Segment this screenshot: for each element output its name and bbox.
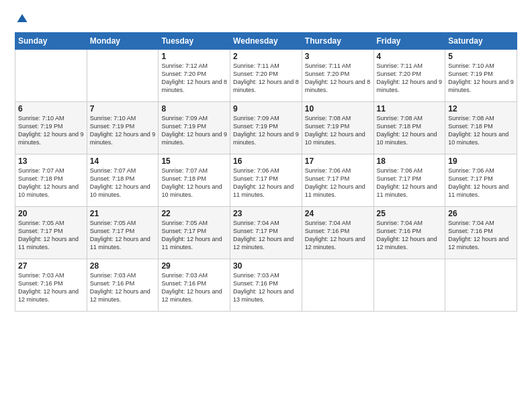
day-number: 22: [161, 209, 227, 218]
day-info: Sunrise: 7:03 AM Sunset: 7:16 PM Dayligh…: [161, 272, 222, 303]
day-info: Sunrise: 7:09 AM Sunset: 7:19 PM Dayligh…: [233, 115, 299, 146]
day-info: Sunrise: 7:09 AM Sunset: 7:19 PM Dayligh…: [161, 115, 227, 146]
svg-marker-0: [17, 14, 28, 22]
day-info: Sunrise: 7:06 AM Sunset: 7:17 PM Dayligh…: [377, 167, 437, 198]
calendar-cell: 14Sunrise: 7:07 AM Sunset: 7:18 PM Dayli…: [87, 154, 159, 207]
day-info: Sunrise: 7:03 AM Sunset: 7:16 PM Dayligh…: [233, 272, 294, 303]
day-info: Sunrise: 7:11 AM Sunset: 7:20 PM Dayligh…: [377, 62, 443, 93]
weekday-header-row: SundayMondayTuesdayWednesdayThursdayFrid…: [15, 33, 517, 50]
day-number: 11: [377, 104, 443, 113]
day-number: 21: [90, 209, 156, 218]
day-number: 6: [18, 104, 84, 113]
day-number: 15: [161, 156, 227, 166]
calendar-cell: 19Sunrise: 7:06 AM Sunset: 7:17 PM Dayli…: [445, 154, 517, 207]
calendar-cell: 29Sunrise: 7:03 AM Sunset: 7:16 PM Dayli…: [159, 259, 230, 312]
day-number: 26: [448, 209, 514, 218]
day-info: Sunrise: 7:06 AM Sunset: 7:17 PM Dayligh…: [233, 167, 294, 198]
calendar-cell: 11Sunrise: 7:08 AM Sunset: 7:18 PM Dayli…: [373, 102, 445, 154]
header: [15, 12, 517, 26]
calendar-cell: 21Sunrise: 7:05 AM Sunset: 7:17 PM Dayli…: [87, 207, 159, 259]
week-row-1: 1Sunrise: 7:12 AM Sunset: 7:20 PM Daylig…: [15, 50, 517, 102]
day-number: 8: [161, 104, 227, 113]
day-info: Sunrise: 7:06 AM Sunset: 7:17 PM Dayligh…: [448, 167, 508, 198]
day-number: 14: [90, 156, 156, 166]
day-info: Sunrise: 7:11 AM Sunset: 7:20 PM Dayligh…: [305, 62, 371, 93]
day-info: Sunrise: 7:06 AM Sunset: 7:17 PM Dayligh…: [305, 167, 365, 198]
day-number: 19: [448, 156, 514, 166]
day-info: Sunrise: 7:12 AM Sunset: 7:20 PM Dayligh…: [161, 62, 227, 93]
calendar-cell: 16Sunrise: 7:06 AM Sunset: 7:17 PM Dayli…: [230, 154, 302, 207]
calendar-cell: 15Sunrise: 7:07 AM Sunset: 7:18 PM Dayli…: [159, 154, 230, 207]
day-number: 16: [233, 156, 299, 166]
week-row-2: 6Sunrise: 7:10 AM Sunset: 7:19 PM Daylig…: [15, 102, 517, 154]
calendar-cell: 24Sunrise: 7:04 AM Sunset: 7:16 PM Dayli…: [302, 207, 373, 259]
calendar-cell: 20Sunrise: 7:05 AM Sunset: 7:17 PM Dayli…: [15, 207, 87, 259]
calendar-cell: [302, 259, 373, 312]
day-info: Sunrise: 7:08 AM Sunset: 7:18 PM Dayligh…: [377, 115, 437, 146]
calendar-cell: 5Sunrise: 7:10 AM Sunset: 7:19 PM Daylig…: [445, 50, 517, 102]
day-info: Sunrise: 7:04 AM Sunset: 7:16 PM Dayligh…: [448, 220, 508, 250]
weekday-header-sunday: Sunday: [15, 33, 87, 50]
day-info: Sunrise: 7:03 AM Sunset: 7:16 PM Dayligh…: [18, 272, 79, 303]
logo: [15, 12, 28, 26]
day-info: Sunrise: 7:10 AM Sunset: 7:19 PM Dayligh…: [90, 115, 156, 146]
calendar-cell: 10Sunrise: 7:08 AM Sunset: 7:19 PM Dayli…: [302, 102, 373, 154]
day-info: Sunrise: 7:04 AM Sunset: 7:16 PM Dayligh…: [305, 220, 365, 250]
day-info: Sunrise: 7:04 AM Sunset: 7:16 PM Dayligh…: [377, 220, 437, 250]
calendar-cell: 8Sunrise: 7:09 AM Sunset: 7:19 PM Daylig…: [159, 102, 230, 154]
day-number: 5: [448, 52, 514, 61]
day-info: Sunrise: 7:03 AM Sunset: 7:16 PM Dayligh…: [90, 272, 150, 303]
calendar-cell: [15, 50, 87, 102]
calendar-cell: 2Sunrise: 7:11 AM Sunset: 7:20 PM Daylig…: [230, 50, 302, 102]
day-number: 2: [233, 52, 299, 61]
day-number: 7: [90, 104, 156, 113]
calendar-cell: 25Sunrise: 7:04 AM Sunset: 7:16 PM Dayli…: [373, 207, 445, 259]
day-number: 18: [377, 156, 443, 166]
calendar-table: SundayMondayTuesdayWednesdayThursdayFrid…: [15, 32, 517, 312]
day-number: 29: [161, 261, 227, 271]
page: SundayMondayTuesdayWednesdayThursdayFrid…: [0, 0, 532, 411]
day-number: 30: [233, 261, 299, 271]
day-number: 13: [18, 156, 84, 166]
day-number: 17: [305, 156, 371, 166]
day-info: Sunrise: 7:10 AM Sunset: 7:19 PM Dayligh…: [448, 62, 514, 93]
day-number: 9: [233, 104, 299, 113]
day-info: Sunrise: 7:04 AM Sunset: 7:17 PM Dayligh…: [233, 220, 294, 250]
day-number: 20: [18, 209, 84, 218]
weekday-header-thursday: Thursday: [302, 33, 373, 50]
day-info: Sunrise: 7:08 AM Sunset: 7:19 PM Dayligh…: [305, 115, 365, 146]
calendar-cell: 18Sunrise: 7:06 AM Sunset: 7:17 PM Dayli…: [373, 154, 445, 207]
week-row-5: 27Sunrise: 7:03 AM Sunset: 7:16 PM Dayli…: [15, 259, 517, 312]
day-info: Sunrise: 7:11 AM Sunset: 7:20 PM Dayligh…: [233, 62, 299, 93]
calendar-cell: 9Sunrise: 7:09 AM Sunset: 7:19 PM Daylig…: [230, 102, 302, 154]
weekday-header-wednesday: Wednesday: [230, 33, 302, 50]
calendar-cell: 26Sunrise: 7:04 AM Sunset: 7:16 PM Dayli…: [445, 207, 517, 259]
day-info: Sunrise: 7:07 AM Sunset: 7:18 PM Dayligh…: [90, 167, 150, 198]
calendar-cell: 12Sunrise: 7:08 AM Sunset: 7:18 PM Dayli…: [445, 102, 517, 154]
calendar-cell: 30Sunrise: 7:03 AM Sunset: 7:16 PM Dayli…: [230, 259, 302, 312]
day-number: 12: [448, 104, 514, 113]
day-number: 24: [305, 209, 371, 218]
calendar-cell: 27Sunrise: 7:03 AM Sunset: 7:16 PM Dayli…: [15, 259, 87, 312]
logo-icon: [16, 12, 28, 24]
day-number: 1: [161, 52, 227, 61]
day-number: 23: [233, 209, 299, 218]
week-row-4: 20Sunrise: 7:05 AM Sunset: 7:17 PM Dayli…: [15, 207, 517, 259]
day-info: Sunrise: 7:05 AM Sunset: 7:17 PM Dayligh…: [90, 220, 150, 250]
weekday-header-tuesday: Tuesday: [159, 33, 230, 50]
day-info: Sunrise: 7:08 AM Sunset: 7:18 PM Dayligh…: [448, 115, 508, 146]
calendar-cell: 1Sunrise: 7:12 AM Sunset: 7:20 PM Daylig…: [159, 50, 230, 102]
calendar-cell: 23Sunrise: 7:04 AM Sunset: 7:17 PM Dayli…: [230, 207, 302, 259]
week-row-3: 13Sunrise: 7:07 AM Sunset: 7:18 PM Dayli…: [15, 154, 517, 207]
day-info: Sunrise: 7:05 AM Sunset: 7:17 PM Dayligh…: [161, 220, 222, 250]
calendar-cell: 3Sunrise: 7:11 AM Sunset: 7:20 PM Daylig…: [302, 50, 373, 102]
day-number: 28: [90, 261, 156, 271]
weekday-header-saturday: Saturday: [445, 33, 517, 50]
day-number: 25: [377, 209, 443, 218]
weekday-header-friday: Friday: [373, 33, 445, 50]
calendar-cell: 7Sunrise: 7:10 AM Sunset: 7:19 PM Daylig…: [87, 102, 159, 154]
day-number: 27: [18, 261, 84, 271]
day-number: 10: [305, 104, 371, 113]
calendar-cell: 6Sunrise: 7:10 AM Sunset: 7:19 PM Daylig…: [15, 102, 87, 154]
day-info: Sunrise: 7:10 AM Sunset: 7:19 PM Dayligh…: [18, 115, 84, 146]
